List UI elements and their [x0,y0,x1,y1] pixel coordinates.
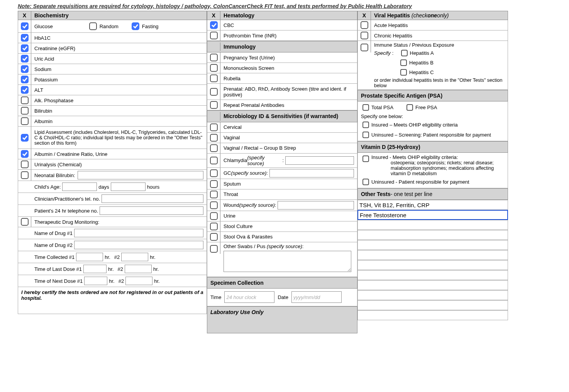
other-line-8[interactable] [357,270,508,280]
cbc-label: CBC [220,20,357,30]
preg-checkbox[interactable] [210,54,218,61]
neobili-input[interactable] [78,171,203,179]
alkphos-checkbox[interactable] [21,96,29,104]
patienttel-input[interactable] [100,206,203,215]
other-line-6[interactable] [357,250,508,260]
hepa-checkbox[interactable] [401,50,408,56]
cliniciantel-input[interactable] [102,194,203,203]
stoolcult-checkbox[interactable] [210,223,218,230]
sodium-checkbox[interactable] [21,65,29,73]
freepsa-checkbox[interactable] [406,104,413,111]
hema-header: Hematology [220,11,357,20]
otherswabs-checkbox[interactable] [210,245,218,253]
throat-checkbox[interactable] [210,191,218,198]
other-line-7[interactable] [357,260,508,270]
gc-label: GC [224,170,231,176]
nextdose2-input[interactable] [125,277,152,285]
pt-checkbox[interactable] [210,32,218,39]
vitd-criteria: osteopenia; osteoporosis; rickets; renal… [391,160,505,176]
other-line-3[interactable] [357,220,508,230]
fasting-checkbox[interactable] [132,22,139,30]
hepc-checkbox[interactable] [400,69,407,76]
psa-insured-checkbox[interactable] [362,122,369,128]
alkphos-label: Alk. Phosphatase [31,95,207,105]
hba1c-checkbox[interactable] [21,34,29,42]
vitd-uninsured-label: Uninsured - Patient responsible for paym… [371,179,469,185]
psa-insured-label: Insured – Meets OHIP eligibility criteri… [371,122,458,128]
other-line-4[interactable] [357,230,508,240]
drug2-input[interactable] [74,241,203,249]
immunehep-checkbox[interactable] [361,44,368,51]
lastdose1-input[interactable] [83,265,107,273]
acr-checkbox[interactable] [21,150,29,158]
prenatal-checkbox[interactable] [210,88,218,96]
glucose-checkbox[interactable] [21,22,29,30]
sputum-checkbox[interactable] [210,180,218,188]
cbc-checkbox[interactable] [210,21,218,29]
gc-checkbox[interactable] [210,169,218,177]
nextdose1-input[interactable] [84,277,107,285]
other-line-11[interactable] [357,300,508,310]
chlamydia-checkbox[interactable] [210,157,218,164]
vitd-uninsured-checkbox[interactable] [362,179,369,185]
alt-checkbox[interactable] [21,86,29,94]
vrgbs-checkbox[interactable] [210,144,218,152]
timecoll2-input[interactable] [121,253,148,261]
potassium-checkbox[interactable] [21,76,29,83]
childage-days-input[interactable] [62,182,97,191]
drug1-input[interactable] [74,229,203,237]
cliniciantel-label: Clinician/Practitioner's tel. no. [34,196,100,202]
stoolova-checkbox[interactable] [210,233,218,241]
chlamydia-src-input[interactable] [285,156,354,165]
patienttel-label: Patient's 24 hr telephone no. [34,208,98,214]
chlamydia-src-label: (specify source) [247,155,282,166]
specimen-date-input[interactable] [291,291,342,303]
otherswabs-textarea[interactable] [224,251,351,272]
bilirubin-checkbox[interactable] [21,107,29,115]
timecoll1-input[interactable] [76,253,103,261]
hepb-checkbox[interactable] [400,59,407,66]
other-header: Other Tests - one test per line [358,190,508,198]
gc-src-input[interactable] [269,169,354,177]
vitd-insured-checkbox[interactable] [362,155,369,162]
other-line-2[interactable] [357,210,508,220]
column-right: X Viral Hepatitis (check one only) Acute… [357,11,508,333]
other-line-12[interactable] [357,310,508,320]
other-line-1[interactable] [357,200,508,210]
albumin-checkbox[interactable] [21,117,29,125]
psa-uninsured-checkbox[interactable] [362,132,369,138]
totalpsa-checkbox[interactable] [362,104,369,111]
vaginal-checkbox[interactable] [210,134,218,142]
urine-checkbox[interactable] [210,212,218,220]
lipid-label: Lipid Assessment (includes Cholesterol, … [31,127,207,149]
bilirubin-label: Bilirubin [31,106,207,116]
mono-checkbox[interactable] [210,64,218,72]
other-line-9[interactable] [357,280,508,290]
other-line-10[interactable] [357,290,508,300]
specimen-time-input[interactable] [224,291,274,303]
rubella-checkbox[interactable] [210,74,218,82]
biochem-header: Biochemistry [31,11,207,20]
wound-src-input[interactable] [278,201,354,210]
acutehep-checkbox[interactable] [361,21,368,29]
repeat-checkbox[interactable] [210,101,218,109]
tdm-checkbox[interactable] [21,218,29,226]
uric-checkbox[interactable] [21,55,29,63]
neobili-checkbox[interactable] [21,171,29,179]
totalpsa-label: Total PSA [371,105,393,110]
creatinine-checkbox[interactable] [21,44,29,52]
prenatal-label: Prenatal: ABO, RhD, Antibody Screen (tit… [220,84,357,100]
preg-label: Pregnancy Test (Urine) [220,52,357,63]
chronichep-checkbox[interactable] [361,32,368,39]
drug2-label: Name of Drug #2 [34,242,73,248]
random-checkbox[interactable] [89,22,97,30]
cervical-checkbox[interactable] [210,123,218,131]
lastdose2-input[interactable] [125,265,152,273]
other-line-5[interactable] [357,240,508,250]
wound-checkbox[interactable] [210,201,218,209]
certify-text: I hereby certify the tests ordered are n… [18,287,207,314]
vrgbs-label: Vaginal / Rectal – Group B Strep [220,143,357,153]
urinalysis-checkbox[interactable] [21,161,29,168]
childage-hours-input[interactable] [111,182,146,191]
lipid-checkbox[interactable] [21,134,29,142]
